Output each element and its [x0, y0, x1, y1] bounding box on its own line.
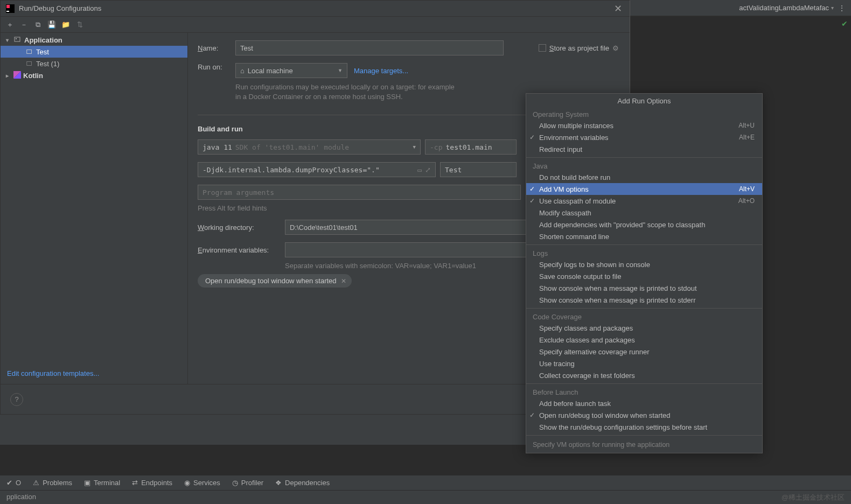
popup-item[interactable]: Allow multiple instancesAlt+U [526, 120, 762, 131]
popup-item[interactable]: Show console when a message is printed t… [526, 282, 762, 294]
status-bar: pplication @稀土掘金技术社区 [0, 490, 851, 504]
copy-icon[interactable]: ⧉ [33, 20, 43, 29]
popup-item[interactable]: Show console when a message is printed t… [526, 294, 762, 306]
popup-item-label: Show the run/debug configuration setting… [539, 423, 707, 431]
jdk-select[interactable]: java 11 SDK of 'test01.main' module ▼ [198, 139, 421, 155]
toolwindow-deps[interactable]: ❖Dependencies [275, 479, 330, 487]
open-tool-window-chip[interactable]: Open run/debug tool window when started … [198, 274, 352, 288]
edit-templates-link[interactable]: Edit configuration templates... [7, 369, 99, 377]
toolwindow-todo[interactable]: ✔O [6, 479, 21, 487]
env-vars-label: Environment variables: [198, 246, 278, 254]
svg-rect-2 [6, 11, 9, 12]
working-dir-label: Working directory: [198, 223, 278, 232]
popup-group-label: Code Coverage [526, 311, 762, 322]
tree-item-test-1[interactable]: Test (1) [1, 58, 187, 69]
kebab-menu-icon[interactable]: ⋮ [838, 4, 846, 12]
popup-footer-hint: Specify VM options for running the appli… [526, 438, 762, 451]
tree-group-label: Kotlin [23, 72, 43, 80]
popup-item-label: Modify classpath [539, 209, 591, 217]
popup-item[interactable]: Do not build before run [526, 171, 762, 183]
gear-icon[interactable]: ⚙ [612, 44, 619, 52]
popup-item[interactable]: Use tracing [526, 358, 762, 369]
popup-item-label: Exclude classes and packages [539, 336, 635, 344]
svg-rect-3 [15, 37, 20, 41]
popup-item-label: Show console when a message is printed t… [539, 296, 696, 304]
tree-item-test[interactable]: Test [1, 46, 187, 58]
run-target-select[interactable]: ⌂ Local machine ▼ [235, 63, 347, 78]
toolwindow-label: Profiler [241, 479, 263, 487]
popup-group-label: Java [526, 160, 762, 171]
inspections-ok-icon[interactable]: ✔ [841, 19, 848, 28]
run-on-label: Run on: [198, 63, 229, 71]
popup-item-label: Use tracing [539, 360, 575, 368]
remove-icon[interactable]: － [19, 20, 29, 30]
tree-group-kotlin[interactable]: ▸ Kotlin [1, 69, 187, 81]
tree-item-label: Test [36, 48, 49, 56]
tree-group-label: Application [24, 36, 62, 44]
toolwindow-problems[interactable]: ⚠Problems [33, 479, 72, 487]
popup-item-label: Open run/debug tool window when started [539, 411, 671, 419]
dialog-titlebar: Run/Debug Configurations ✕ [1, 1, 630, 17]
popup-item-label: Specify alternative coverage runner [539, 348, 650, 356]
toolwindow-label: Services [193, 479, 220, 487]
popup-item[interactable]: Save console output to file [526, 270, 762, 282]
popup-item-label: Add dependencies with "provided" scope t… [539, 221, 705, 229]
store-as-project-file[interactable]: Store as project file ⚙ [539, 44, 619, 52]
add-icon[interactable]: ＋ [5, 20, 15, 30]
popup-item[interactable]: Specify logs to be shown in console [526, 258, 762, 270]
home-icon: ⌂ [240, 67, 245, 75]
chevron-down-icon: ▾ [831, 5, 834, 11]
run-config-selector[interactable]: actValidatingLambdaMetafac ▾ [739, 4, 834, 12]
toolwindow-terminal[interactable]: ▣Terminal [84, 479, 120, 487]
help-icon[interactable]: ? [10, 393, 23, 406]
svg-rect-4 [16, 38, 17, 39]
application-group-icon [13, 35, 22, 45]
program-args-input[interactable] [198, 185, 521, 200]
toolwindow-label: Endpoints [141, 479, 172, 487]
config-tree[interactable]: ▾ Application Test Test (1) [1, 33, 187, 363]
popup-item[interactable]: Collect coverage in test folders [526, 369, 762, 381]
popup-item-label: Specify logs to be shown in console [539, 261, 650, 269]
vm-options-input[interactable]: -Djdk.internal.lambda.dumpProxyClasses="… [198, 162, 436, 177]
popup-item[interactable]: Show the run/debug configuration setting… [526, 421, 762, 433]
check-icon: ✓ [529, 134, 535, 141]
popup-item[interactable]: Specify classes and packages [526, 322, 762, 334]
toolwindow-services[interactable]: ◉Services [184, 479, 220, 487]
popup-item[interactable]: ✓Add VM optionsAlt+V [526, 183, 762, 195]
name-input[interactable] [235, 40, 504, 55]
status-text: pplication [6, 493, 36, 501]
popup-item[interactable]: ✓Use classpath of moduleAlt+O [526, 195, 762, 207]
tree-group-application[interactable]: ▾ Application [1, 34, 187, 46]
check-icon: ✓ [529, 185, 535, 193]
popup-item[interactable]: Add before launch task [526, 397, 762, 409]
chevron-right-icon: ▸ [6, 73, 11, 79]
watermark: @稀土掘金技术社区 [782, 493, 845, 502]
popup-item[interactable]: ✓Open run/debug tool window when started [526, 409, 762, 421]
popup-item[interactable]: Specify alternative coverage runner [526, 346, 762, 358]
popup-item[interactable]: Redirect input [526, 143, 762, 155]
popup-item[interactable]: Add dependencies with "provided" scope t… [526, 219, 762, 230]
name-label: Name: [198, 44, 229, 52]
close-icon[interactable]: ✕ [341, 277, 346, 285]
close-icon[interactable]: ✕ [612, 3, 624, 15]
folder-icon[interactable]: 📁 [61, 20, 71, 29]
popup-item[interactable]: Exclude classes and packages [526, 334, 762, 346]
popup-item[interactable]: ✓Environment variablesAlt+E [526, 131, 762, 143]
manage-targets-link[interactable]: Manage targets... [354, 67, 408, 75]
jdk-hint: SDK of 'test01.main' module [235, 143, 349, 151]
toolwindow-endpoints[interactable]: ⇄Endpoints [132, 479, 172, 487]
save-icon[interactable]: 💾 [47, 20, 57, 29]
classpath-input[interactable]: -cp test01.main [425, 139, 517, 155]
insert-macro-icon[interactable]: ▭ [417, 166, 422, 174]
popup-item[interactable]: Shorten command line [526, 230, 762, 242]
toolwindow-label: O [16, 479, 21, 487]
popup-title: Add Run Options [526, 94, 762, 108]
checkbox-icon[interactable] [539, 44, 546, 52]
expand-field-icon[interactable]: ⤢ [425, 166, 431, 174]
sort-icon[interactable]: ⇅ [75, 20, 85, 29]
jdk-value: java 11 [203, 143, 232, 151]
popup-item[interactable]: Modify classpath [526, 207, 762, 219]
toolwindow-profiler[interactable]: ◷Profiler [232, 479, 263, 487]
kotlin-icon [13, 71, 21, 80]
main-class-input[interactable] [440, 162, 517, 177]
